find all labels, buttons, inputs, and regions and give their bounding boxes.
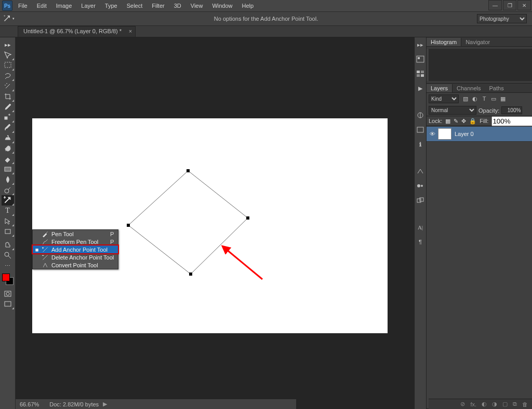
- menu-layer[interactable]: Layer: [77, 1, 99, 10]
- opacity-input[interactable]: [501, 106, 522, 114]
- eyedropper-tool[interactable]: [2, 102, 14, 112]
- main-area: ▸▸ + T ⋯: [0, 37, 532, 409]
- character-panel-icon[interactable]: A|: [415, 222, 426, 233]
- clone-stamp-tool[interactable]: [2, 133, 14, 143]
- crop-tool[interactable]: [2, 91, 14, 102]
- workspace-selector[interactable]: Photography: [477, 14, 527, 23]
- quick-mask-icon[interactable]: [2, 289, 14, 299]
- layer-filter-kind[interactable]: Kind: [429, 94, 459, 103]
- styles-panel-icon[interactable]: [415, 125, 426, 135]
- swatches-panel-icon[interactable]: [415, 69, 426, 79]
- svg-rect-29: [417, 199, 421, 202]
- actions-panel-icon[interactable]: ▶: [415, 83, 426, 93]
- zoom-tool[interactable]: [2, 250, 14, 261]
- lasso-tool[interactable]: [2, 71, 14, 81]
- window-minimize-button[interactable]: —: [488, 0, 502, 10]
- filter-shape-icon[interactable]: ▭: [490, 96, 497, 102]
- menu-help[interactable]: Help: [238, 1, 258, 10]
- flyout-pen-tool[interactable]: Pen Tool P: [33, 230, 118, 238]
- menu-image[interactable]: Image: [52, 1, 76, 10]
- close-tab-icon[interactable]: ×: [129, 28, 132, 34]
- gradient-tool[interactable]: [2, 164, 14, 174]
- tab-navigator[interactable]: Navigator: [461, 38, 494, 46]
- magic-wand-tool[interactable]: [2, 81, 14, 91]
- brushes-panel-icon[interactable]: [415, 181, 426, 191]
- healing-brush-tool[interactable]: [2, 112, 14, 122]
- tab-channels[interactable]: Channels: [453, 84, 485, 92]
- layer-row[interactable]: 👁 Layer 0: [427, 126, 532, 142]
- blur-tool[interactable]: [2, 174, 14, 185]
- blend-mode-select[interactable]: Normal: [429, 106, 476, 115]
- svg-point-9: [6, 292, 9, 295]
- lock-all-icon[interactable]: 🔒: [469, 118, 476, 125]
- window-close-button[interactable]: ✕: [517, 0, 531, 10]
- fill-input[interactable]: [491, 116, 532, 126]
- visibility-eye-icon[interactable]: 👁: [427, 131, 438, 137]
- svg-rect-24: [421, 74, 424, 77]
- link-layers-icon[interactable]: ⊘: [460, 401, 465, 407]
- add-mask-icon[interactable]: ◐: [482, 401, 487, 407]
- pen-tool[interactable]: +: [2, 195, 14, 206]
- lock-position-icon[interactable]: ✥: [461, 118, 466, 125]
- hand-tool[interactable]: [2, 240, 14, 250]
- filter-pixel-icon[interactable]: ▧: [462, 96, 469, 102]
- document-viewport[interactable]: Pen Tool P Freeform Pen Tool P ■ + Add A…: [16, 37, 414, 409]
- current-tool-display[interactable]: + ▾: [0, 15, 15, 23]
- lock-transparency-icon[interactable]: ▩: [445, 118, 450, 125]
- svg-text:−: −: [42, 254, 44, 257]
- status-doc-size[interactable]: Doc: 2.82M/0 bytes: [49, 401, 99, 407]
- menu-3d[interactable]: 3D: [170, 1, 185, 10]
- menu-edit[interactable]: Edit: [33, 1, 50, 10]
- brush-settings-panel-icon[interactable]: [415, 166, 426, 176]
- menu-view[interactable]: View: [187, 1, 207, 10]
- tab-layers[interactable]: Layers: [427, 84, 453, 92]
- adjustments-panel-icon[interactable]: [415, 110, 426, 120]
- status-zoom[interactable]: 66.67%: [20, 401, 39, 407]
- filter-type-icon[interactable]: T: [481, 96, 488, 102]
- menu-type[interactable]: Type: [101, 1, 121, 10]
- marquee-tool[interactable]: [2, 60, 14, 71]
- status-play-icon[interactable]: ▶: [103, 401, 107, 407]
- type-tool[interactable]: T: [2, 206, 14, 216]
- layer-fx-icon[interactable]: fx.: [470, 401, 476, 407]
- new-group-icon[interactable]: ▢: [502, 401, 508, 407]
- edit-toolbar-icon[interactable]: ⋯: [2, 261, 14, 271]
- layer-name[interactable]: Layer 0: [455, 131, 474, 137]
- eraser-tool[interactable]: [2, 154, 14, 164]
- color-panel-icon[interactable]: [415, 54, 426, 64]
- dodge-tool[interactable]: [2, 185, 14, 195]
- document-tab[interactable]: Untitled-1 @ 66.7% (Layer 0, RGB/8) * ×: [18, 26, 136, 37]
- flyout-freeform-pen-tool[interactable]: Freeform Pen Tool P: [33, 238, 118, 246]
- flyout-add-anchor-point-tool[interactable]: ■ + Add Anchor Point Tool: [32, 245, 118, 254]
- menu-filter[interactable]: Filter: [148, 1, 168, 10]
- menu-window[interactable]: Window: [208, 1, 236, 10]
- tab-histogram[interactable]: Histogram: [427, 38, 461, 46]
- adjustment-layer-icon[interactable]: ◑: [492, 401, 497, 407]
- window-restore-button[interactable]: ❐: [503, 0, 516, 10]
- brush-tool[interactable]: [2, 122, 14, 133]
- menu-select[interactable]: Select: [123, 1, 147, 10]
- paragraph-panel-icon[interactable]: ¶: [415, 237, 426, 247]
- color-swatches[interactable]: [2, 273, 14, 285]
- clone-source-panel-icon[interactable]: [415, 195, 426, 206]
- new-layer-icon[interactable]: ⧉: [513, 401, 517, 407]
- layer-thumbnail[interactable]: [438, 128, 451, 140]
- flyout-delete-anchor-point-tool[interactable]: − Delete Anchor Point Tool: [33, 253, 118, 261]
- menu-file[interactable]: File: [15, 1, 31, 10]
- expand-panels-icon[interactable]: ▸▸: [415, 39, 426, 50]
- filter-smart-icon[interactable]: ▦: [499, 96, 507, 102]
- move-tool[interactable]: [2, 50, 14, 60]
- tab-paths[interactable]: Paths: [485, 84, 508, 92]
- double-arrow-icon[interactable]: ▸▸: [2, 39, 14, 50]
- path-selection-tool[interactable]: [2, 216, 14, 226]
- screen-mode-icon[interactable]: [2, 299, 14, 309]
- lock-pixels-icon[interactable]: ✎: [454, 118, 458, 125]
- canvas[interactable]: [32, 118, 388, 333]
- delete-layer-icon[interactable]: 🗑: [522, 401, 528, 407]
- rectangle-tool[interactable]: [2, 226, 14, 237]
- info-panel-icon[interactable]: ℹ: [415, 139, 426, 149]
- history-brush-tool[interactable]: [2, 143, 14, 154]
- filter-adjust-icon[interactable]: ◐: [471, 96, 478, 102]
- flyout-convert-point-tool[interactable]: Convert Point Tool: [33, 261, 118, 269]
- foreground-color-swatch[interactable]: [2, 274, 10, 281]
